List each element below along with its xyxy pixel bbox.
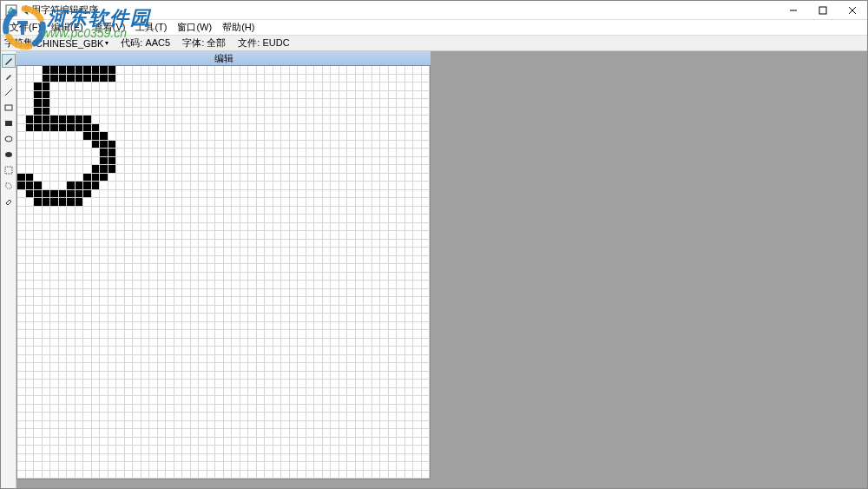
pixel-cell[interactable] (17, 99, 26, 108)
pixel-cell[interactable] (34, 297, 43, 306)
pixel-cell[interactable] (191, 124, 200, 133)
pixel-cell[interactable] (347, 330, 356, 339)
pixel-cell[interactable] (347, 281, 356, 289)
pixel-cell[interactable] (199, 99, 207, 108)
pixel-cell[interactable] (149, 132, 158, 141)
pixel-cell[interactable] (290, 421, 299, 430)
pixel-cell[interactable] (92, 248, 101, 256)
pixel-cell[interactable] (17, 388, 26, 397)
pixel-cell[interactable] (76, 405, 84, 413)
pixel-cell[interactable] (248, 256, 257, 265)
pixel-cell[interactable] (232, 157, 240, 166)
pixel-cell[interactable] (59, 116, 68, 124)
pixel-cell[interactable] (232, 108, 240, 116)
pixel-cell[interactable] (389, 421, 398, 430)
pixel-cell[interactable] (76, 306, 84, 314)
pixel-cell[interactable] (125, 116, 134, 124)
tool-rect[interactable] (2, 101, 16, 115)
pixel-cell[interactable] (257, 396, 266, 405)
pixel-cell[interactable] (199, 207, 207, 215)
pixel-cell[interactable] (50, 116, 59, 124)
pixel-cell[interactable] (422, 256, 431, 265)
pixel-cell[interactable] (290, 132, 299, 141)
pixel-cell[interactable] (413, 314, 422, 322)
pixel-cell[interactable] (83, 141, 92, 149)
pixel-cell[interactable] (356, 66, 365, 75)
pixel-cell[interactable] (257, 108, 266, 116)
pixel-cell[interactable] (116, 182, 125, 190)
pixel-cell[interactable] (248, 380, 257, 388)
pixel-cell[interactable] (290, 165, 299, 174)
pixel-cell[interactable] (323, 231, 332, 240)
pixel-cell[interactable] (356, 380, 365, 388)
pixel-cell[interactable] (59, 429, 68, 438)
pixel-cell[interactable] (199, 83, 207, 91)
pixel-cell[interactable] (116, 141, 125, 149)
pixel-cell[interactable] (108, 75, 117, 83)
pixel-cell[interactable] (191, 231, 200, 240)
pixel-cell[interactable] (100, 396, 108, 405)
pixel-cell[interactable] (323, 322, 332, 331)
pixel-cell[interactable] (314, 66, 323, 75)
pixel-cell[interactable] (158, 438, 167, 446)
pixel-cell[interactable] (232, 256, 240, 265)
pixel-cell[interactable] (100, 330, 108, 339)
pixel-cell[interactable] (306, 306, 315, 314)
pixel-cell[interactable] (224, 413, 233, 421)
pixel-cell[interactable] (17, 314, 26, 322)
pixel-cell[interactable] (257, 165, 266, 174)
pixel-cell[interactable] (26, 471, 35, 479)
pixel-cell[interactable] (207, 322, 216, 331)
pixel-cell[interactable] (116, 248, 125, 256)
pixel-cell[interactable] (199, 297, 207, 306)
pixel-cell[interactable] (43, 281, 51, 289)
pixel-cell[interactable] (17, 83, 26, 91)
pixel-cell[interactable] (34, 314, 43, 322)
pixel-cell[interactable] (125, 281, 134, 289)
pixel-cell[interactable] (413, 66, 422, 75)
pixel-cell[interactable] (166, 116, 174, 124)
pixel-cell[interactable] (298, 363, 306, 372)
pixel-cell[interactable] (191, 149, 200, 157)
pixel-cell[interactable] (125, 339, 134, 347)
pixel-cell[interactable] (364, 322, 372, 331)
pixel-cell[interactable] (273, 306, 282, 314)
pixel-cell[interactable] (389, 190, 398, 199)
pixel-cell[interactable] (43, 273, 51, 281)
pixel-cell[interactable] (67, 471, 76, 479)
pixel-cell[interactable] (50, 256, 59, 265)
pixel-cell[interactable] (257, 182, 266, 190)
pixel-cell[interactable] (182, 207, 191, 215)
pixel-cell[interactable] (389, 429, 398, 438)
pixel-cell[interactable] (26, 363, 35, 372)
pixel-cell[interactable] (182, 322, 191, 331)
pixel-cell[interactable] (339, 116, 348, 124)
pixel-cell[interactable] (290, 372, 299, 380)
pixel-cell[interactable] (380, 240, 389, 248)
pixel-cell[interactable] (413, 339, 422, 347)
pixel-cell[interactable] (306, 322, 315, 331)
pixel-cell[interactable] (240, 330, 249, 339)
pixel-cell[interactable] (92, 339, 101, 347)
pixel-cell[interactable] (257, 413, 266, 421)
pixel-cell[interactable] (240, 223, 249, 232)
pixel-cell[interactable] (199, 215, 207, 223)
pixel-cell[interactable] (116, 454, 125, 463)
pixel-cell[interactable] (125, 380, 134, 388)
pixel-cell[interactable] (26, 223, 35, 232)
pixel-cell[interactable] (298, 124, 306, 133)
pixel-cell[interactable] (158, 215, 167, 223)
pixel-cell[interactable] (67, 141, 76, 149)
pixel-cell[interactable] (265, 396, 273, 405)
pixel-cell[interactable] (397, 471, 405, 479)
pixel-cell[interactable] (116, 322, 125, 331)
pixel-cell[interactable] (59, 198, 68, 207)
pixel-cell[interactable] (248, 339, 257, 347)
pixel-cell[interactable] (34, 429, 43, 438)
pixel-cell[interactable] (281, 421, 290, 430)
pixel-cell[interactable] (422, 446, 431, 454)
pixel-cell[interactable] (273, 223, 282, 232)
pixel-cell[interactable] (364, 66, 372, 75)
pixel-cell[interactable] (26, 116, 35, 124)
pixel-cell[interactable] (26, 380, 35, 388)
